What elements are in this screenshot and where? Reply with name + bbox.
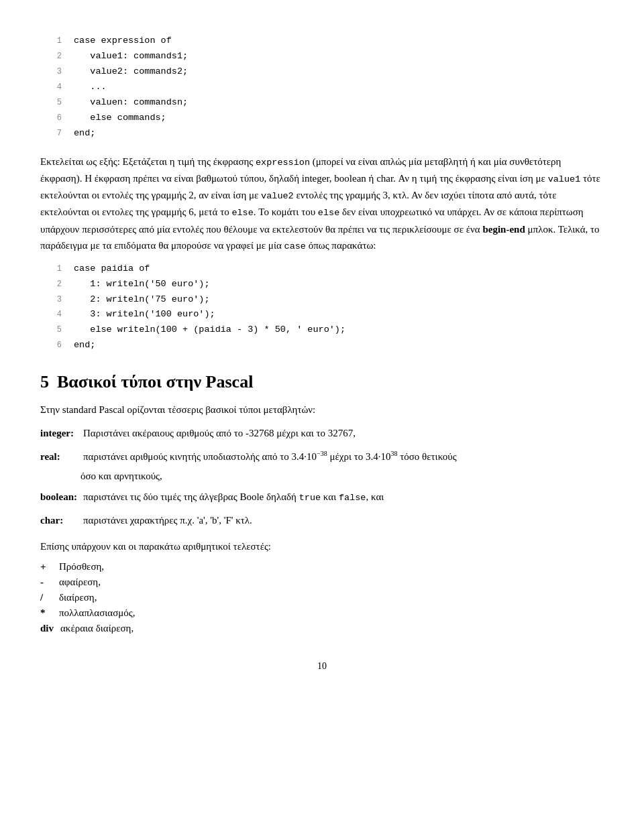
- code-text: end;: [74, 338, 95, 353]
- term-label-boolean: boolean:: [40, 491, 80, 503]
- op-division: / διαίρεση,: [40, 592, 604, 603]
- term-label-char: char:: [40, 515, 80, 526]
- op-multiplication: * πολλαπλασιασμός,: [40, 607, 604, 619]
- line-number: 5: [47, 323, 62, 337]
- section-heading: 5 Βασικοί τύποι στην Pascal: [40, 372, 604, 392]
- code-text: else writeln(100 + (paidia - 3) * 50, ' …: [74, 322, 345, 338]
- line-number: 4: [47, 80, 62, 94]
- code-line-6: 6 else commands;: [47, 111, 604, 126]
- op-text-division: διαίρεση,: [59, 592, 97, 603]
- code-text: 1: writeln('50 euro');: [74, 277, 210, 292]
- term-label-real: real:: [40, 451, 80, 463]
- line-number: 2: [47, 50, 62, 63]
- line-number: 1: [47, 262, 62, 276]
- term-text-boolean: παριστάνει τις δύο τιμές της άλγεβρας Bo…: [83, 489, 604, 505]
- line-number: 4: [47, 308, 62, 321]
- code-line-4: 4 ...: [47, 80, 604, 95]
- term-char: char: παριστάνει χαρακτήρες π.χ. 'a', 'b…: [40, 512, 604, 529]
- code-line-5: 5 valuen: commandsn;: [47, 95, 604, 111]
- term-text-char: παριστάνει χαρακτήρες π.χ. 'a', 'b', 'F'…: [83, 512, 604, 529]
- section-number: 5: [40, 372, 49, 392]
- code-line-3: 3 2: writeln('75 euro');: [47, 292, 604, 308]
- op-text-addition: Πρόσθεση,: [59, 561, 104, 573]
- op-subtraction: - αφαίρεση,: [40, 577, 604, 588]
- code-text: case expression of: [74, 34, 172, 49]
- line-number: 6: [47, 339, 62, 352]
- term-boolean: boolean: παριστάνει τις δύο τιμές της άλ…: [40, 489, 604, 505]
- code-text: valuen: commandsn;: [74, 95, 188, 111]
- op-text-multiplication: πολλαπλασιασμός,: [59, 607, 135, 619]
- term-real: real: παριστάνει αριθμούς κινητής υποδια…: [40, 448, 604, 465]
- term-real-continuation: όσο και αρνητικούς,: [80, 471, 604, 482]
- code-line-7: 7 end;: [47, 126, 604, 141]
- op-text-div: ακέραια διαίρεση,: [60, 623, 133, 634]
- term-integer: integer: Παριστάνει ακέραιους αριθμούς α…: [40, 425, 604, 442]
- line-number: 3: [47, 65, 62, 78]
- code-line-4: 4 3: writeln('100 euro');: [47, 307, 604, 322]
- code-text: else commands;: [74, 111, 166, 126]
- code-text: 2: writeln('75 euro');: [74, 292, 210, 308]
- code-block-2: 1 case paidia of 2 1: writeln('50 euro')…: [40, 261, 604, 354]
- code-text: value1: commands1;: [74, 49, 188, 64]
- op-text-subtraction: αφαίρεση,: [59, 577, 101, 588]
- term-text-real: παριστάνει αριθμούς κινητής υποδιαστολής…: [83, 448, 604, 465]
- line-number: 7: [47, 127, 62, 140]
- code-line-3: 3 value2: commands2;: [47, 64, 604, 80]
- line-number: 5: [47, 96, 62, 109]
- op-symbol-minus: -: [40, 577, 52, 588]
- code-line-2: 2 value1: commands1;: [47, 49, 604, 64]
- op-addition: + Πρόσθεση,: [40, 561, 604, 573]
- code-text: case paidia of: [74, 261, 150, 277]
- op-symbol-plus: +: [40, 561, 52, 573]
- code-line-1: 1 case paidia of: [47, 261, 604, 277]
- code-line-5: 5 else writeln(100 + (paidia - 3) * 50, …: [47, 322, 604, 338]
- line-number: 3: [47, 293, 62, 306]
- op-div: div ακέραια διαίρεση,: [40, 623, 604, 634]
- section-title-text: Βασικοί τύποι στην Pascal: [57, 372, 253, 392]
- ops-intro: Επίσης υπάρχουν και οι παρακάτω αριθμητι…: [40, 538, 604, 555]
- section-intro: Στην standard Pascal ορίζονται τέσσερις …: [40, 402, 604, 418]
- code-line-1: 1 case expression of: [47, 34, 604, 49]
- line-number: 1: [47, 34, 62, 48]
- code-text: ...: [74, 80, 107, 95]
- prose-paragraph-1: Εκτελείται ως εξής: Εξετάζεται η τιμή τη…: [40, 154, 604, 255]
- term-text-integer: Παριστάνει ακέραιους αριθμούς από το -32…: [83, 425, 604, 442]
- op-symbol-slash: /: [40, 592, 52, 603]
- code-block-1: 1 case expression of 2 value1: commands1…: [40, 34, 604, 141]
- code-text: 3: writeln('100 euro');: [74, 307, 215, 322]
- op-symbol-div: div: [40, 623, 54, 634]
- code-text: value2: commands2;: [74, 64, 188, 80]
- page-number: 10: [40, 661, 604, 672]
- line-number: 2: [47, 278, 62, 291]
- line-number: 6: [47, 111, 62, 125]
- code-text: end;: [74, 126, 95, 141]
- code-line-2: 2 1: writeln('50 euro');: [47, 277, 604, 292]
- term-real-cont-text: όσο και αρνητικούς,: [80, 471, 162, 481]
- code-line-6: 6 end;: [47, 338, 604, 353]
- op-symbol-star: *: [40, 607, 52, 619]
- term-label-integer: integer:: [40, 428, 80, 439]
